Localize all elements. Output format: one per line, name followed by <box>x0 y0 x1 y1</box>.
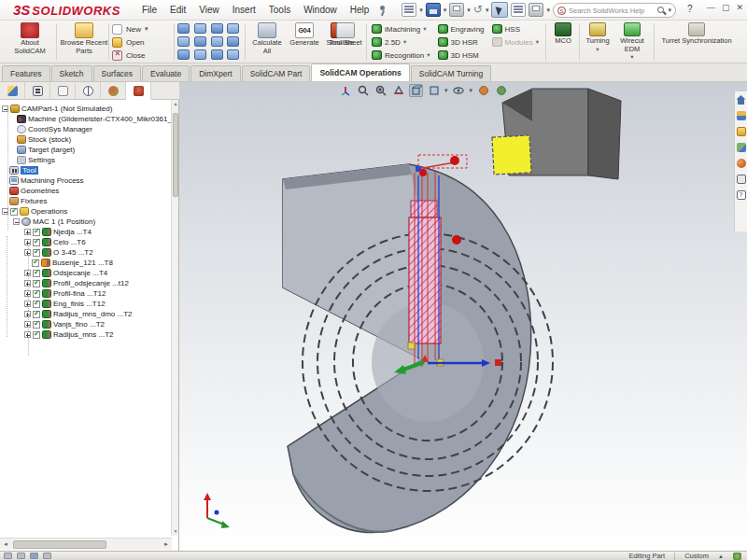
expand-icon[interactable] <box>24 239 31 245</box>
undo-icon[interactable]: ↺ <box>473 4 483 16</box>
viewport-3d-scene[interactable] <box>179 82 747 551</box>
menu-view[interactable]: View <box>192 2 226 18</box>
browse-recent-parts-button[interactable]: Browse Recent Parts <box>60 22 108 55</box>
tab-surfaces[interactable]: Surfaces <box>93 65 142 81</box>
section-view-icon[interactable] <box>391 84 405 97</box>
turning-button[interactable]: Turning ▾ <box>583 22 613 53</box>
edit-appearance-icon[interactable] <box>476 84 490 97</box>
file-explorer-icon[interactable] <box>737 127 746 136</box>
camport-icon-9[interactable] <box>177 49 190 60</box>
expand-icon[interactable] <box>24 229 31 235</box>
collapse-icon[interactable] <box>2 208 8 215</box>
tree-item-stock[interactable]: Stock (stock) <box>17 134 71 145</box>
operation-checkbox[interactable] <box>33 249 40 257</box>
model-tab-icon[interactable] <box>4 553 12 559</box>
apply-scene-icon[interactable] <box>338 84 352 97</box>
expand-icon[interactable] <box>24 290 31 297</box>
operation-row[interactable]: O 3-45 ...T2 <box>24 247 93 258</box>
operation-checkbox[interactable] <box>33 239 40 246</box>
home-icon[interactable] <box>737 95 746 105</box>
forum-icon[interactable]: ? <box>737 190 746 200</box>
about-solidcam-button[interactable]: About SolidCAM <box>6 22 54 55</box>
tree-item-operations[interactable]: Operations <box>2 206 67 217</box>
wirecut-edm-button[interactable]: Wirecut EDM ▾ <box>614 22 650 62</box>
camport-icon-2[interactable] <box>194 23 206 34</box>
sketch-entities-icon[interactable] <box>511 3 526 17</box>
menu-edit[interactable]: Edit <box>163 2 192 18</box>
camport-icon-5[interactable] <box>177 36 190 47</box>
imachining-button[interactable]: iMachining▾ <box>372 22 430 35</box>
menu-help[interactable]: Help <box>344 2 376 18</box>
appearances-icon[interactable] <box>737 159 746 168</box>
operation-row[interactable]: Busenje_121 ...T8 <box>32 258 113 268</box>
unit-dropdown-icon[interactable]: ▲ <box>718 553 724 559</box>
help-button[interactable]: ? <box>687 4 693 14</box>
3dhsm-button[interactable]: 3D HSM <box>438 49 485 62</box>
tree-item-target[interactable]: Target (target) <box>17 145 75 155</box>
zoom-to-fit-icon[interactable] <box>356 84 370 97</box>
turret-block[interactable] <box>492 89 621 179</box>
zoom-area-icon[interactable] <box>374 84 388 97</box>
select-tool-icon[interactable] <box>491 2 508 18</box>
operations-checkbox[interactable] <box>10 208 18 216</box>
tab-sketch[interactable]: Sketch <box>51 65 92 81</box>
tree-horizontal-scrollbar[interactable]: ◄ ► <box>0 538 172 550</box>
tree-item-machining-process[interactable]: Machining Process <box>9 175 84 186</box>
camport-icon-7[interactable] <box>211 36 223 47</box>
camport-icon-6[interactable] <box>194 36 206 47</box>
hss-button[interactable]: HSS <box>492 22 540 35</box>
tab-solidcam-operations[interactable]: SolidCAM Operations <box>311 63 409 81</box>
25d-button[interactable]: 2.5D▾ <box>372 35 430 49</box>
operation-row[interactable]: Vanjs_fino ...T2 <box>24 319 105 329</box>
operation-row[interactable]: Njedja ...T4 <box>24 227 92 237</box>
operation-checkbox[interactable] <box>33 301 40 308</box>
operation-row[interactable]: Profil-fina ...T12 <box>24 288 106 299</box>
expand-icon[interactable] <box>24 331 31 338</box>
feature-manager-tab[interactable] <box>0 82 25 100</box>
view-orientation-icon[interactable] <box>409 84 423 97</box>
generate-button[interactable]: G04 Generate <box>288 22 321 48</box>
operation-checkbox[interactable] <box>33 280 40 287</box>
menu-insert[interactable]: Insert <box>226 2 262 18</box>
apply-scene-sphere-icon[interactable] <box>494 84 508 97</box>
tree-item-fixtures[interactable]: Fixtures <box>9 196 47 206</box>
menu-file[interactable]: File <box>135 2 163 18</box>
options-icon[interactable] <box>529 3 543 17</box>
display-style-icon[interactable] <box>427 84 441 97</box>
turret-synchronization-button[interactable]: Turret Synchronization <box>657 22 736 46</box>
operation-row[interactable]: Radijus_mns_dmo ...T2 <box>24 309 132 319</box>
graphics-viewport[interactable]: ▾ ▾ ? <box>179 82 747 551</box>
operation-row[interactable]: Eng_finis ...T12 <box>24 299 106 309</box>
tab-features[interactable]: Features <box>2 65 50 81</box>
pin-menu-icon[interactable] <box>377 5 388 16</box>
tab-evaluate[interactable]: Evaluate <box>142 65 190 81</box>
tab-solidcam-turning[interactable]: SolidCAM Turning <box>411 65 492 81</box>
expand-icon[interactable] <box>24 249 31 256</box>
tree-item-coordsys[interactable]: CoordSys Manager <box>17 124 92 134</box>
modules-button[interactable]: Modules▾ <box>492 35 540 49</box>
motion-study-tab-icon[interactable] <box>30 553 38 559</box>
camport-icon-8[interactable] <box>227 36 239 47</box>
tool-sheet-button[interactable]: Tool Sheet <box>329 22 362 48</box>
custom-properties-icon[interactable] <box>737 175 746 184</box>
search-icon[interactable] <box>657 7 665 14</box>
scrollbar-thumb[interactable] <box>13 540 106 549</box>
operation-checkbox[interactable] <box>33 311 40 318</box>
mco-button[interactable]: MCO <box>549 22 577 46</box>
camport-icon-3[interactable] <box>211 23 223 34</box>
camport-icon-11[interactable] <box>211 49 223 60</box>
scroll-left-arrow[interactable]: ◄ <box>0 539 11 550</box>
open-button[interactable]: Open <box>112 35 172 49</box>
add-tab-icon[interactable] <box>43 553 51 559</box>
camport-icon-10[interactable] <box>194 49 206 60</box>
new-button[interactable]: New▾ <box>112 22 172 35</box>
operation-row[interactable]: Odsjecanje ...T4 <box>24 268 107 278</box>
tree-item-settings[interactable]: Settings <box>17 155 55 165</box>
tool-holder-highlight[interactable] <box>492 135 531 175</box>
property-manager-tab[interactable] <box>25 82 50 100</box>
dimxpert-manager-tab[interactable] <box>76 82 101 100</box>
display-manager-tab[interactable] <box>101 82 126 100</box>
tab-dimxpert[interactable]: DimXpert <box>190 65 240 81</box>
scrollbar-thumb[interactable] <box>173 113 178 197</box>
unit-system[interactable]: Custom <box>684 552 709 560</box>
